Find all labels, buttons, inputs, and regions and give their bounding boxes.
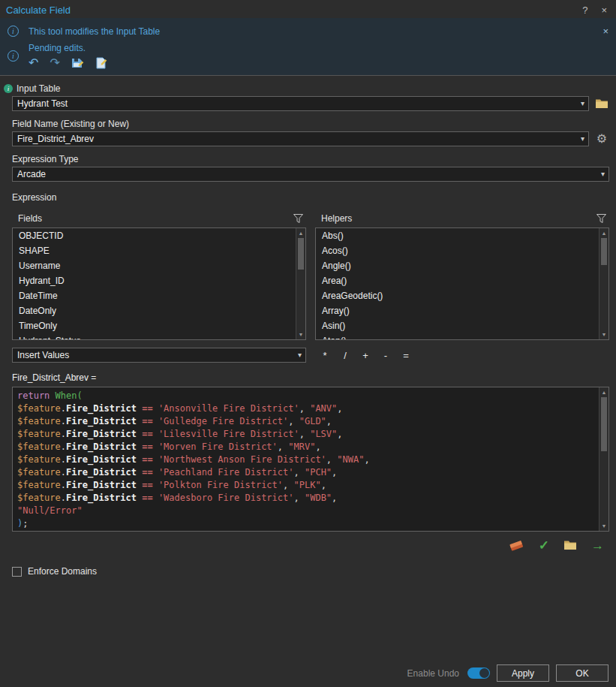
scroll-up-icon[interactable]: ▲ <box>599 390 608 395</box>
redo-icon[interactable]: ↷ <box>50 57 59 69</box>
apply-button[interactable]: Apply <box>497 664 549 682</box>
enable-undo-label: Enable Undo <box>407 668 459 679</box>
helpers-list-items: Abs()Acos()Angle()Area()AreaGeodetic()Ar… <box>316 228 599 340</box>
fields-list[interactable]: OBJECTIDSHAPEUsernameHydrant_IDDateTimeD… <box>12 227 306 340</box>
field-name-label: Field Name (Existing or New) <box>12 119 129 129</box>
fields-panel: Fields OBJECTIDSHAPEUsernameHydrant_IDDa… <box>12 213 306 340</box>
chevron-down-icon: ▾ <box>298 351 302 359</box>
operator-buttons: */+-= <box>318 348 413 362</box>
save-edits-icon[interactable] <box>71 57 84 69</box>
expression-type-label-row: Expression Type <box>12 154 604 164</box>
pending-edits-banner: i Pending edits. ↶ ↷ <box>0 40 616 72</box>
enable-undo-toggle[interactable] <box>467 667 490 679</box>
chevron-down-icon: ▾ <box>581 134 584 143</box>
list-item[interactable]: AreaGeodetic() <box>316 288 599 303</box>
window-title: Calculate Field <box>6 5 569 16</box>
list-item[interactable]: OBJECTID <box>13 228 296 243</box>
code-scrollbar[interactable]: ▲ ▼ <box>599 387 608 531</box>
list-item[interactable]: TimeOnly <box>13 318 296 333</box>
insert-values-label: Insert Values <box>17 350 69 360</box>
input-table-label: Input Table <box>17 83 61 94</box>
field-name-label-row: Field Name (Existing or New) <box>12 119 604 129</box>
list-item[interactable]: Asin() <box>316 318 599 333</box>
expression-toolbar: ✓ → <box>0 538 604 553</box>
fields-list-items: OBJECTIDSHAPEUsernameHydrant_IDDateTimeD… <box>13 228 296 340</box>
gear-icon[interactable]: ⚙ <box>594 133 609 145</box>
discard-edits-icon[interactable] <box>95 57 108 69</box>
banner-close-icon[interactable]: × <box>602 26 608 37</box>
pending-edits-message: Pending edits. <box>29 43 108 53</box>
insert-values-combobox[interactable]: Insert Values ▾ <box>12 348 306 363</box>
fields-scrollbar[interactable]: ▲ ▼ <box>296 228 305 339</box>
enforce-domains-row: Enforce Domains <box>12 566 616 577</box>
list-item[interactable]: Angle() <box>316 258 599 273</box>
list-item[interactable]: Username <box>13 258 296 273</box>
scroll-down-icon[interactable]: ▼ <box>599 332 608 337</box>
filter-icon[interactable] <box>596 214 606 223</box>
verify-check-icon[interactable]: ✓ <box>539 539 549 552</box>
helpers-list[interactable]: Abs()Acos()Angle()Area()AreaGeodetic()Ar… <box>315 227 609 340</box>
fields-panel-label: Fields <box>18 213 42 224</box>
list-item[interactable]: Acos() <box>316 243 599 258</box>
operator-button[interactable]: - <box>379 348 392 362</box>
expression-code-editor[interactable]: return When($feature.Fire_District == 'A… <box>12 387 609 532</box>
enforce-domains-checkbox[interactable] <box>12 567 22 577</box>
help-icon[interactable]: ? <box>582 5 587 16</box>
operator-button[interactable]: + <box>359 348 372 362</box>
scroll-up-icon[interactable]: ▲ <box>599 231 608 236</box>
field-name-combobox[interactable]: Fire_District_Abrev ▾ <box>12 131 589 146</box>
browse-folder-icon[interactable] <box>594 98 609 109</box>
list-item[interactable]: DateTime <box>13 288 296 303</box>
list-item[interactable]: SHAPE <box>13 243 296 258</box>
ok-button[interactable]: OK <box>556 664 608 682</box>
operator-button[interactable]: = <box>399 348 413 362</box>
title-bar: Calculate Field ? × <box>0 0 616 18</box>
expression-heading: Fire_District_Abrev = <box>12 372 604 383</box>
eraser-icon[interactable] <box>509 539 524 551</box>
input-table-value: Hydrant Test <box>17 98 68 109</box>
enforce-domains-label: Enforce Domains <box>28 566 97 577</box>
window-close-icon[interactable]: × <box>601 5 607 16</box>
modifies-input-banner: i This tool modifies the Input Table × <box>0 21 616 40</box>
list-item[interactable]: Array() <box>316 303 599 318</box>
param-info-icon: i <box>4 84 13 93</box>
list-item[interactable]: Hydrant_ID <box>13 273 296 288</box>
scroll-down-icon[interactable]: ▼ <box>599 523 608 529</box>
expression-section-label: Expression <box>12 192 56 203</box>
toggle-knob <box>479 668 489 678</box>
scroll-down-icon[interactable]: ▼ <box>296 332 305 337</box>
list-item[interactable]: Hydrant_Status <box>13 333 296 340</box>
footer-bar: Enable Undo Apply OK <box>407 664 608 682</box>
list-item[interactable]: Abs() <box>316 228 599 243</box>
field-name-value: Fire_District_Abrev <box>17 134 94 144</box>
info-icon: i <box>8 26 19 37</box>
list-item[interactable]: DateOnly <box>13 303 296 318</box>
list-item[interactable]: Area() <box>316 273 599 288</box>
list-item[interactable]: Atan() <box>316 333 599 340</box>
chevron-down-icon: ▾ <box>581 99 584 107</box>
helpers-panel: Helpers Abs()Acos()Angle()Area()AreaGeod… <box>315 213 609 340</box>
code-editor-content: return When($feature.Fire_District == 'A… <box>13 387 599 532</box>
import-folder-icon[interactable] <box>563 540 577 550</box>
chevron-down-icon: ▾ <box>601 170 605 178</box>
operator-button[interactable]: * <box>318 348 332 362</box>
operator-button[interactable]: / <box>338 348 352 362</box>
helpers-scrollbar[interactable]: ▲ ▼ <box>599 228 608 339</box>
input-table-combobox[interactable]: Hydrant Test ▾ <box>12 96 589 111</box>
export-arrow-icon[interactable]: → <box>591 539 604 552</box>
info-icon: i <box>8 50 19 62</box>
banner-message: This tool modifies the Input Table <box>29 26 602 37</box>
expression-type-value: Arcade <box>17 169 46 179</box>
scroll-up-icon[interactable]: ▲ <box>296 231 305 236</box>
expression-section-label-row: Expression <box>12 192 604 203</box>
filter-icon[interactable] <box>293 214 303 223</box>
input-table-label-row: i Input Table <box>4 83 604 94</box>
helpers-panel-label: Helpers <box>321 213 352 224</box>
undo-icon[interactable]: ↶ <box>29 57 38 69</box>
message-banner-area: i This tool modifies the Input Table × i… <box>0 18 616 76</box>
expression-type-label: Expression Type <box>12 154 79 164</box>
expression-type-combobox[interactable]: Arcade ▾ <box>12 167 609 182</box>
